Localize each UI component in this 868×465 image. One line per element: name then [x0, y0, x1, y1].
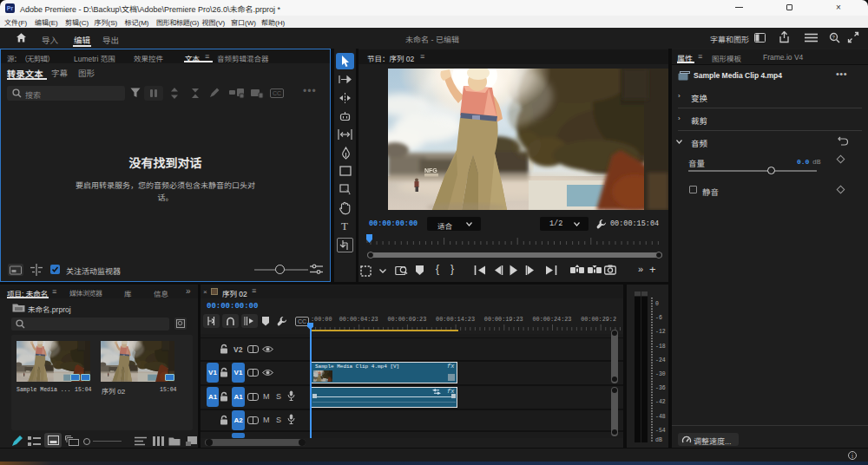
svg-text:00:00:14:23: 00:00:14:23	[436, 316, 475, 323]
svg-text:00:00:29:2: 00:00:29:2	[581, 316, 616, 323]
svg-text:00:00:19:23: 00:00:19:23	[484, 316, 523, 323]
svg-text:00:00:24:23: 00:00:24:23	[533, 316, 572, 323]
svg-text:00:00:04:23: 00:00:04:23	[339, 316, 378, 323]
svg-text:00:00:09:23: 00:00:09:23	[387, 316, 426, 323]
svg-text:?: ?	[832, 35, 836, 40]
